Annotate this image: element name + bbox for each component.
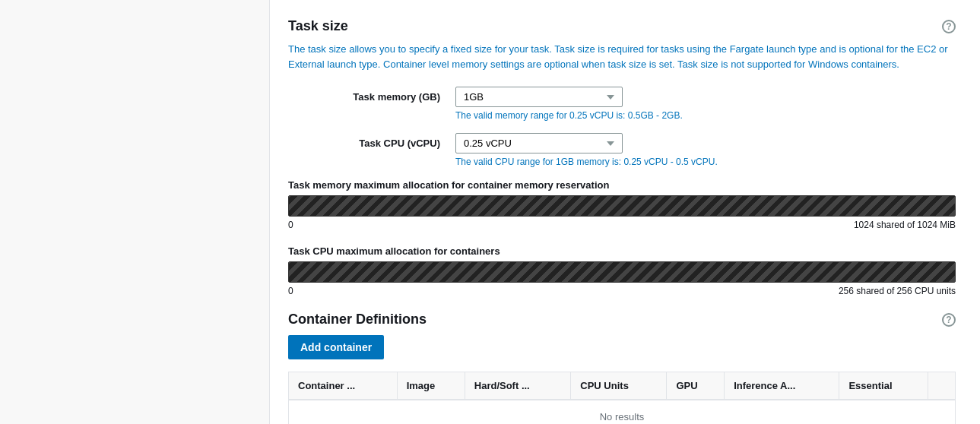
task-cpu-label: Task CPU (vCPU) — [288, 133, 455, 149]
memory-allocation-section: Task memory maximum allocation for conta… — [288, 179, 956, 230]
container-definitions-table: Container ... Image Hard/Soft ... CPU Un… — [288, 372, 956, 424]
task-size-title: Task size — [288, 18, 348, 34]
add-container-button[interactable]: Add container — [288, 335, 384, 359]
memory-progress-fill — [289, 196, 955, 216]
memory-bar-right: 1024 shared of 1024 MiB — [854, 220, 956, 230]
container-definitions-section: Container Definitions ? Add container Co… — [288, 312, 956, 424]
task-cpu-field: 0.25 vCPU 0.5 vCPU 1 vCPU 2 vCPU 4 vCPU … — [455, 133, 956, 167]
col-inference: Inference A... — [725, 372, 839, 400]
no-results-cell: No results — [289, 400, 956, 424]
col-hardsoft: Hard/Soft ... — [465, 372, 571, 400]
cpu-progress-bar — [288, 261, 956, 283]
left-sidebar — [0, 0, 270, 424]
cpu-bar-labels: 0 256 shared of 256 CPU units — [288, 286, 956, 296]
container-definitions-title: Container Definitions — [288, 312, 427, 327]
memory-bar-labels: 0 1024 shared of 1024 MiB — [288, 220, 956, 230]
memory-progress-bar — [288, 195, 956, 217]
col-gpu: GPU — [667, 372, 725, 400]
task-memory-hint: The valid memory range for 0.25 vCPU is:… — [455, 110, 956, 121]
cpu-allocation-section: Task CPU maximum allocation for containe… — [288, 245, 956, 296]
page-container: Task size ? The task size allows you to … — [0, 0, 980, 424]
task-memory-label: Task memory (GB) — [288, 87, 455, 103]
cpu-bar-left: 0 — [288, 286, 293, 296]
col-essential: Essential — [839, 372, 928, 400]
table-body: No results — [289, 400, 956, 424]
cpu-bar-right: 256 shared of 256 CPU units — [839, 286, 956, 296]
col-container: Container ... — [289, 372, 398, 400]
container-definitions-help-icon[interactable]: ? — [942, 313, 956, 327]
task-size-section-header: Task size ? — [288, 18, 956, 34]
task-memory-select[interactable]: 1GB 0.5GB 2GB 3GB 4GB — [455, 87, 623, 107]
task-cpu-select[interactable]: 0.25 vCPU 0.5 vCPU 1 vCPU 2 vCPU 4 vCPU — [455, 133, 623, 153]
table-header: Container ... Image Hard/Soft ... CPU Un… — [289, 372, 956, 400]
col-image: Image — [397, 372, 465, 400]
container-definitions-header: Container Definitions ? — [288, 312, 956, 327]
task-cpu-row: Task CPU (vCPU) 0.25 vCPU 0.5 vCPU 1 vCP… — [288, 133, 956, 167]
task-cpu-hint: The valid CPU range for 1GB memory is: 0… — [455, 157, 956, 167]
table-no-results-row: No results — [289, 400, 956, 424]
col-actions — [928, 372, 956, 400]
table-header-row: Container ... Image Hard/Soft ... CPU Un… — [289, 372, 956, 400]
memory-bar-left: 0 — [288, 220, 293, 230]
task-memory-row: Task memory (GB) 1GB 0.5GB 2GB 3GB 4GB T… — [288, 87, 956, 121]
col-cpuunits: CPU Units — [571, 372, 667, 400]
main-content: Task size ? The task size allows you to … — [270, 0, 980, 424]
task-memory-field: 1GB 0.5GB 2GB 3GB 4GB The valid memory r… — [455, 87, 956, 121]
cpu-progress-fill — [289, 262, 955, 282]
memory-bar-label: Task memory maximum allocation for conta… — [288, 179, 956, 191]
task-size-info: The task size allows you to specify a fi… — [288, 42, 956, 71]
task-size-help-icon[interactable]: ? — [942, 20, 956, 33]
cpu-bar-label: Task CPU maximum allocation for containe… — [288, 245, 956, 257]
